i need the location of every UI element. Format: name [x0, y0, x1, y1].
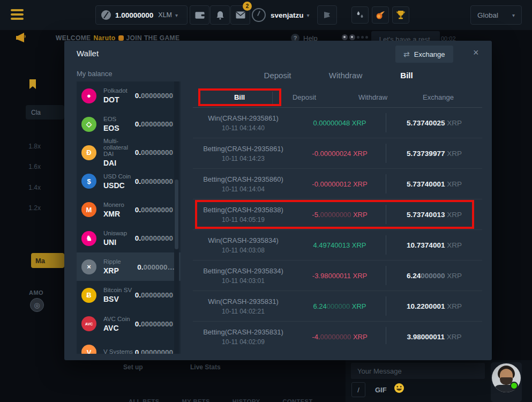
transaction-row: Betting(CRASH-2935838) 10-11 04:05:19 -5… — [193, 199, 482, 230]
flag-button[interactable] — [317, 5, 337, 25]
setup-tab[interactable]: Set up — [123, 363, 143, 371]
scrollbar-thumb[interactable] — [175, 180, 178, 249]
user-menu[interactable]: svenjatzu ▾ — [252, 5, 310, 25]
transaction-balance: 5.73740013 XRP — [386, 211, 482, 219]
coin-list-item[interactable]: ◇ EOS EOS 0.00000000 — [77, 110, 181, 138]
coin-list-item[interactable]: ● Polkadot DOT 0.00000000 — [77, 81, 181, 110]
transaction-amount: 6.24000000 XRP — [294, 302, 386, 310]
transaction-balance: 5.73740025 XRP — [386, 119, 482, 127]
fireball-button[interactable] — [372, 6, 389, 24]
trophy-button[interactable] — [392, 6, 409, 24]
coin-balance: 0.00000000 — [135, 348, 173, 354]
coin-name: EOS — [103, 116, 119, 122]
megaphone-icon — [15, 32, 28, 43]
mail-button[interactable]: 2 — [230, 5, 250, 25]
region-selector[interactable]: Global ▾ — [470, 5, 522, 25]
coin-ticker: AVC — [103, 324, 130, 332]
multiplier-label: 1.2x — [0, 204, 41, 212]
wallet-button[interactable] — [190, 5, 209, 25]
balance-selector[interactable]: 1.00000000 XLM ▾ — [95, 5, 188, 25]
transaction-label: Betting(CRASH-2935861) — [193, 145, 294, 153]
coin-ticker: EOS — [103, 124, 119, 132]
coin-list-item[interactable]: Ð Multi-collateral DAI DAI 0.00000000 — [77, 138, 181, 167]
chevron-down-icon: ▾ — [175, 12, 178, 18]
transaction-row: Betting(CRASH-2935834) 10-11 04:03:01 -3… — [193, 260, 482, 291]
tab-history[interactable]: HISTORY — [233, 398, 260, 402]
coin-panel: ● Polkadot DOT 0.00000000 ◇ EOS EOS 0.00… — [77, 81, 181, 354]
tab-deposit[interactable]: Deposit — [264, 71, 291, 80]
coin-list-item[interactable]: ♞ Uniswap UNI 0.00000000 — [77, 224, 181, 252]
coin-icon: $ — [81, 174, 96, 189]
subtab-withdraw[interactable]: Withdraw — [358, 93, 387, 101]
multiplier-label: 1.4x — [0, 184, 41, 191]
emoji-button[interactable] — [394, 383, 404, 393]
subtab-bill[interactable]: Bill — [234, 93, 245, 101]
coin-list-scrollbar[interactable] — [174, 81, 179, 354]
flag-icon — [323, 11, 332, 19]
coin-list-item[interactable]: Ƀ Bitcoin SV BSV 0.00000000 — [77, 281, 181, 309]
live-stats-tab[interactable]: Live Stats — [190, 363, 221, 371]
slash-command-button[interactable]: / — [351, 382, 365, 397]
coin-name: AVC Coin — [103, 316, 130, 322]
coin-ticker: UNI — [103, 238, 127, 247]
max-button[interactable]: Ma — [31, 253, 64, 268]
coin-name: Ripple — [103, 258, 121, 265]
my-balance-label: My balance — [77, 70, 112, 78]
subtab-deposit[interactable]: Deposit — [293, 93, 316, 101]
amount-label: AMO — [29, 289, 43, 296]
chevron-down-icon: ▾ — [307, 12, 310, 18]
modal-title: Wallet — [77, 49, 99, 58]
multiplier-label: 1.8x — [0, 143, 41, 150]
subtab-divider — [272, 92, 273, 105]
coin-name: Polkadot — [103, 87, 128, 94]
transaction-balance: 5.73739977 XRP — [386, 150, 482, 158]
fireball-icon — [375, 10, 386, 20]
menu-icon[interactable] — [11, 9, 25, 21]
notifications-button[interactable] — [210, 5, 230, 25]
tab-my-bets[interactable]: MY BETS — [182, 398, 210, 402]
transaction-balance: 10.7374001 XRP — [386, 241, 482, 249]
transaction-label: Betting(CRASH-2935838) — [193, 206, 294, 214]
trophy-icon — [396, 10, 406, 20]
exchange-button[interactable]: ⇄ Exchange — [395, 46, 453, 63]
chat-avatar-card[interactable] — [491, 362, 522, 402]
wallet-modal: Wallet ⇄ Exchange × My balance ● Polkado… — [64, 41, 492, 360]
coin-name: Monero — [103, 202, 124, 208]
transaction-time: 10-11 04:05:19 — [193, 216, 294, 224]
coin-list-item[interactable]: M Monero XMR 0.00000000 — [77, 196, 181, 224]
transaction-balance: 5.73740001 XRP — [386, 180, 482, 188]
tab-contest[interactable]: CONTEST — [283, 398, 313, 402]
fox-icon — [118, 35, 124, 41]
coin-ticker: USDC — [103, 181, 131, 190]
subtab-exchange[interactable]: Exchange — [423, 93, 454, 101]
tab-bill[interactable]: Bill — [400, 71, 413, 80]
gif-button[interactable]: GIF — [375, 386, 387, 394]
transaction-row: Betting(CRASH-2935860) 10-11 04:14:04 -0… — [193, 169, 482, 199]
rain-button[interactable] — [351, 6, 369, 24]
coin-list-item[interactable]: × Ripple XRP 0.000000…› — [77, 252, 181, 281]
transaction-row: Betting(CRASH-2935831) 10-11 04:02:09 -4… — [193, 322, 482, 344]
exchange-arrows-icon: ⇄ — [403, 50, 410, 58]
transaction-amount: 4.49740013 XRP — [294, 241, 386, 249]
tab-all-bets[interactable]: ALL BETS — [129, 398, 160, 402]
transaction-time: 10-11 04:02:09 — [193, 338, 294, 345]
bet-coin-icon: ◎ — [30, 298, 44, 312]
transaction-list: Win(CRASH-2935861) 10-11 04:14:40 0.0000… — [193, 107, 482, 344]
transaction-label: Win(CRASH-2935861) — [193, 114, 294, 122]
coin-name: V Systems — [103, 348, 133, 354]
eye-icon — [342, 34, 348, 40]
game-mode-chip[interactable]: Cla — [26, 105, 64, 120]
coin-list-item[interactable]: V V Systems 0.00000000 — [77, 338, 181, 354]
transaction-time: 10-11 04:14:40 — [193, 124, 294, 132]
close-icon[interactable]: × — [473, 47, 479, 58]
chat-message-input[interactable] — [351, 363, 485, 379]
coin-icon: AVC — [81, 316, 96, 331]
spectators-indicator — [342, 34, 368, 40]
coin-list-item[interactable]: $ USD Coin USDC 0.00000000 — [77, 167, 181, 196]
coin-list-item[interactable]: AVC AVC Coin AVC 0.00000000 — [77, 310, 181, 338]
balance-currency: XLM — [158, 11, 172, 19]
coin-icon: V — [81, 345, 96, 354]
tab-withdraw[interactable]: Withdraw — [329, 71, 363, 80]
transaction-time: 10-11 04:14:04 — [193, 185, 294, 193]
transaction-amount: -3.98000011 XRP — [294, 272, 386, 280]
